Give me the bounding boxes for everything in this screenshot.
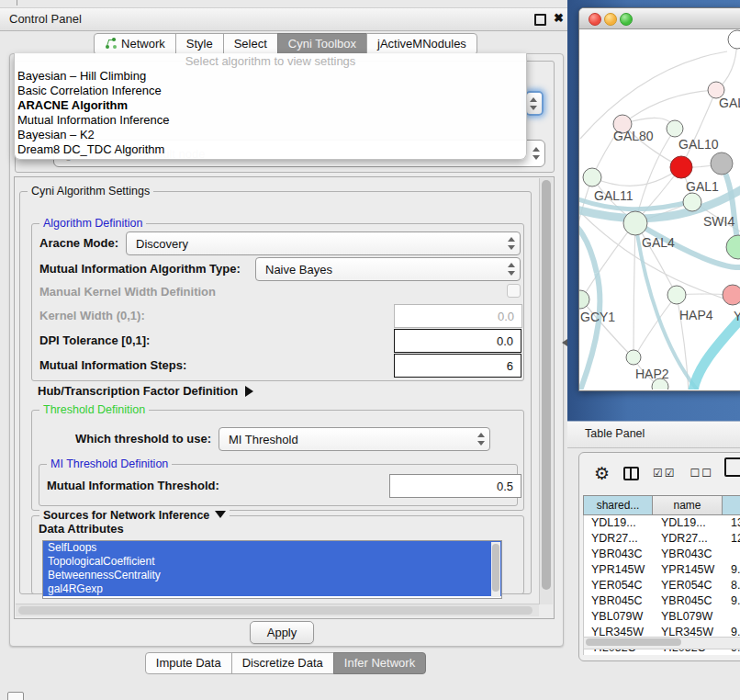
network-node[interactable] <box>711 152 733 175</box>
mi-threshold-value: 0.5 <box>497 480 513 493</box>
close-icon[interactable]: ✖ <box>554 11 564 25</box>
manual-kernel-checkbox[interactable] <box>507 284 521 298</box>
tab-cyni-toolbox[interactable]: Cyni Toolbox <box>277 33 367 55</box>
settings-scrollpane: Cyni Algorithm Settings Algorithm Defini… <box>14 176 555 619</box>
network-node[interactable] <box>683 193 701 211</box>
dropdown-item-basic-correlation-inference[interactable]: Basic Correlation Inference <box>15 84 526 98</box>
node-label-swi4: SWI4 <box>703 214 734 229</box>
zoom-traffic-light-icon[interactable] <box>620 13 633 26</box>
table-cell: YBL079W <box>654 609 723 625</box>
columns-icon[interactable] <box>623 467 639 480</box>
network-node[interactable] <box>623 211 647 235</box>
network-node[interactable] <box>728 30 740 49</box>
table-row[interactable]: YDR27...YDR27...12 <box>584 531 740 547</box>
tab-label: Style <box>186 37 213 51</box>
table-cell: YER054C <box>654 578 723 593</box>
threshold-definition-group: Threshold Definition Which threshold to … <box>31 410 524 511</box>
dpi-tolerance-field[interactable]: 0.0 <box>394 329 521 353</box>
table-horizontal-scrollbar[interactable] <box>583 637 740 649</box>
network-node[interactable] <box>579 290 589 309</box>
attribute-item-topologicalcoefficient[interactable]: TopologicalCoefficient <box>43 555 501 569</box>
scrollbar-thumb[interactable] <box>542 180 551 590</box>
attributes-scrollbar[interactable] <box>491 542 500 597</box>
close-traffic-light-icon[interactable] <box>589 13 601 26</box>
table-cell: YPR145W <box>584 562 654 578</box>
dropdown-item-dream8-dc-tdc-algorithm[interactable]: Dream8 DC_TDC Algorithm <box>15 142 526 157</box>
table-row[interactable]: YBR043CYBR043C <box>584 547 740 562</box>
tab-jactivemnodules[interactable]: jActiveMNodules <box>366 33 477 55</box>
network-node[interactable] <box>670 156 692 178</box>
tab-discretize-data[interactable]: Discretize Data <box>231 652 334 674</box>
node-label-gal: GAL <box>719 96 740 110</box>
table-row[interactable]: YBL079WYBL079W <box>584 609 740 625</box>
apply-button[interactable]: Apply <box>250 621 314 644</box>
network-node[interactable] <box>626 350 641 365</box>
data-attributes-list[interactable]: SelfLoopsTopologicalCoefficientBetweenne… <box>42 540 502 599</box>
table-row[interactable]: YER054CYER054C8. <box>584 578 740 593</box>
table-cell: YDL19... <box>584 515 654 531</box>
dropdown-item-aracne-algorithm[interactable]: ARACNE Algorithm <box>15 98 526 113</box>
settings-vertical-scrollbar[interactable] <box>539 178 553 604</box>
gear-icon[interactable]: ⚙ <box>594 465 610 482</box>
settings-horizontal-scrollbar[interactable] <box>16 604 539 616</box>
tab-impute-data[interactable]: Impute Data <box>145 652 232 674</box>
column-header-shared[interactable]: shared... <box>583 495 653 515</box>
sources-title[interactable]: Sources for Network Inference <box>39 509 230 522</box>
hub-definition-toggle[interactable]: Hub/Transcription Factor Definition <box>38 384 253 398</box>
tab-network[interactable]: Network <box>94 33 176 55</box>
algorithm-combo-stepper[interactable] <box>525 91 544 116</box>
network-window-titlebar[interactable] <box>579 8 740 29</box>
kernel-width-field[interactable]: 0.0 <box>394 304 522 328</box>
table-cell: YBR043C <box>584 547 654 562</box>
bottom-tabs: Impute DataDiscretize DataInfer Network <box>0 652 571 674</box>
table-row[interactable]: YBR045CYBR045C9. <box>584 593 740 609</box>
aracne-mode-value: Discovery <box>136 237 188 251</box>
table-row[interactable]: YPR145WYPR145W9. <box>584 562 740 578</box>
which-threshold-combo[interactable]: MI Threshold <box>219 427 490 451</box>
data-attribute-items: SelfLoopsTopologicalCoefficientBetweenne… <box>43 541 501 596</box>
network-node[interactable] <box>667 286 686 304</box>
node-table: shared...nameA YDL19...YDL19...13YDR27..… <box>583 495 740 655</box>
dropdown-item-bayesian-hill-climbing[interactable]: Bayesian – Hill Climbing <box>15 69 526 84</box>
mi-algorithm-type-label: Mutual Information Algorithm Type: <box>39 262 241 276</box>
node-label-gal4: GAL4 <box>642 235 675 250</box>
attribute-item-gal4rgexp[interactable]: gal4RGexp <box>43 582 501 596</box>
bottom-left-button-fragment[interactable] <box>7 692 24 700</box>
node-label-y: Y <box>734 309 740 323</box>
mi-algorithm-type-combo[interactable]: Naive Bayes <box>255 257 521 281</box>
network-view-window: GALGAL80GAL10GAL11GAL1SWI4GAL4GCY1HAP4YH… <box>578 7 740 391</box>
scrollbar-thumb[interactable] <box>492 544 499 592</box>
table-row[interactable]: YDL19...YDL19...13 <box>584 515 740 531</box>
network-canvas[interactable]: GALGAL80GAL10GAL11GAL1SWI4GAL4GCY1HAP4YH… <box>579 28 740 390</box>
tab-style[interactable]: Style <box>175 33 224 55</box>
scrollbar-thumb[interactable] <box>18 606 533 615</box>
stepper-arrows-icon <box>533 147 540 160</box>
document-icon[interactable] <box>724 457 740 477</box>
control-panel-title: Control Panel <box>9 12 82 26</box>
attribute-item-betweennesscentrality[interactable]: BetweennessCentrality <box>43 569 501 582</box>
unchecked-boxes-icon[interactable]: ☐☐ <box>690 467 714 480</box>
network-node[interactable] <box>583 168 601 186</box>
aracne-mode-combo[interactable]: Discovery <box>126 231 521 255</box>
checked-boxes-icon[interactable]: ☑☑ <box>653 467 677 480</box>
float-window-icon[interactable] <box>534 14 546 26</box>
dropdown-item-bayesian-k2[interactable]: Bayesian – K2 <box>15 128 526 142</box>
scrollbar-thumb[interactable] <box>586 638 681 646</box>
tab-select[interactable]: Select <box>223 33 278 55</box>
kernel-width-label: Kernel Width (0,1): <box>39 309 145 322</box>
column-header-a[interactable]: A <box>722 495 740 515</box>
tab-infer-network[interactable]: Infer Network <box>333 652 426 674</box>
mi-threshold-field[interactable]: 0.5 <box>389 474 521 498</box>
tab-label: Discretize Data <box>242 656 323 670</box>
column-header-name[interactable]: name <box>652 495 723 515</box>
dropdown-item-mutual-information-inference[interactable]: Mutual Information Inference <box>15 113 526 128</box>
attribute-item-selfloops[interactable]: SelfLoops <box>43 541 501 555</box>
network-node[interactable] <box>667 120 683 137</box>
network-icon <box>105 38 117 50</box>
dropdown-placeholder: Select algorithm to view settings <box>15 54 526 69</box>
table-cell: 12 <box>723 531 740 547</box>
minimize-traffic-light-icon[interactable] <box>604 13 617 26</box>
network-node[interactable] <box>723 285 740 305</box>
network-node[interactable] <box>726 235 740 259</box>
mi-steps-field[interactable]: 6 <box>394 354 521 378</box>
